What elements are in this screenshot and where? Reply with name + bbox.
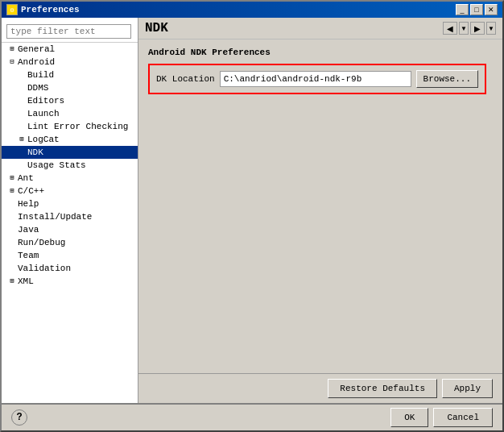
sidebar-item-team[interactable]: Team [2, 249, 138, 262]
sidebar-item-label-ndk: NDK [27, 147, 43, 158]
sidebar-item-android[interactable]: ⊟ Android [2, 56, 138, 69]
nav-arrows: ◀ ▼ ▶ ▼ [443, 22, 496, 35]
sidebar-item-label-xml: XML [18, 276, 34, 287]
maximize-button[interactable]: □ [470, 4, 483, 15]
panel-title: NDK [145, 21, 168, 35]
main-content: ⊞ General ⊟ Android Build DDMS Edit [2, 18, 502, 403]
sidebar-item-label-run-debug: Run/Debug [18, 237, 65, 248]
filter-area [2, 21, 138, 43]
footer-buttons: OK Cancel [390, 408, 493, 427]
expand-icon-xml: ⊞ [8, 276, 16, 287]
footer-bar: ? OK Cancel [2, 403, 502, 430]
filter-input[interactable] [6, 24, 131, 39]
sidebar-item-lint[interactable]: Lint Error Checking [2, 120, 138, 133]
expand-icon-ant: ⊞ [8, 172, 16, 184]
sidebar-item-label-validation: Validation [18, 263, 71, 274]
preferences-window: ⚙ Preferences _ □ ✕ ⊞ General [0, 0, 504, 432]
sidebar-item-label-team: Team [18, 250, 39, 261]
window-title: Preferences [21, 5, 80, 15]
sidebar-item-label-logcat: LogCat [27, 134, 60, 145]
back-button[interactable]: ◀ [443, 22, 457, 35]
panel-body: Android NDK Preferences DK Location Brow… [138, 39, 502, 373]
minimize-button[interactable]: _ [456, 4, 469, 15]
title-bar-left: ⚙ Preferences [6, 4, 80, 15]
sidebar-item-label-java: Java [18, 224, 39, 235]
sidebar-item-label-install: Install/Update [18, 211, 92, 222]
sidebar-item-validation[interactable]: Validation [2, 262, 138, 275]
expand-icon-android: ⊟ [8, 56, 16, 68]
forward-dropdown-button[interactable]: ▼ [486, 22, 496, 35]
sidebar-item-label-usage-stats: Usage Stats [27, 160, 86, 171]
sidebar-item-java[interactable]: Java [2, 223, 138, 236]
sidebar-item-label-cpp: C/C++ [18, 185, 44, 197]
sidebar-item-label-general: General [18, 44, 55, 55]
sidebar-item-label-editors: Editors [27, 95, 64, 106]
forward-button[interactable]: ▶ [470, 22, 485, 35]
sidebar-item-editors[interactable]: Editors [2, 94, 138, 107]
sidebar-item-ant[interactable]: ⊞ Ant [2, 172, 138, 185]
expand-icon-general: ⊞ [8, 44, 16, 55]
sidebar-item-label-android: Android [18, 56, 55, 68]
browse-button[interactable]: Browse... [416, 70, 478, 88]
section-title: Android NDK Preferences [148, 48, 493, 57]
sidebar-item-launch[interactable]: Launch [2, 107, 138, 120]
sidebar-item-label-build: Build [27, 69, 54, 81]
sidebar-item-help[interactable]: Help [2, 197, 138, 210]
sidebar-item-cpp[interactable]: ⊞ C/C++ [2, 185, 138, 197]
sidebar-item-label-launch: Launch [27, 108, 60, 119]
panel-header-row: NDK ◀ ▼ ▶ ▼ [138, 18, 502, 39]
sidebar-item-label-help: Help [18, 198, 39, 210]
expand-icon-logcat: ⊞ [18, 134, 26, 145]
title-buttons: _ □ ✕ [456, 4, 498, 15]
sidebar-item-install[interactable]: Install/Update [2, 210, 138, 223]
sidebar-item-label-ddms: DDMS [27, 82, 48, 93]
ok-button[interactable]: OK [390, 408, 428, 427]
sidebar-item-build[interactable]: Build [2, 69, 138, 81]
sidebar-item-usage-stats[interactable]: Usage Stats [2, 159, 138, 172]
right-panel: NDK ◀ ▼ ▶ ▼ Android NDK Preferences DK L… [138, 18, 502, 403]
restore-defaults-button[interactable]: Restore Defaults [328, 379, 437, 398]
preferences-icon: ⚙ [6, 4, 18, 15]
sidebar-item-ddms[interactable]: DDMS [2, 81, 138, 94]
ndk-location-input[interactable] [220, 71, 411, 87]
title-bar: ⚙ Preferences _ □ ✕ [2, 2, 502, 18]
sidebar: ⊞ General ⊟ Android Build DDMS Edit [2, 18, 138, 403]
ndk-location-label: DK Location [156, 74, 215, 84]
close-button[interactable]: ✕ [485, 4, 498, 15]
sidebar-item-ndk[interactable]: NDK [2, 146, 138, 159]
sidebar-item-run-debug[interactable]: Run/Debug [2, 236, 138, 249]
bottom-bar: Restore Defaults Apply [138, 373, 502, 403]
cancel-button[interactable]: Cancel [433, 408, 493, 427]
sidebar-item-general[interactable]: ⊞ General [2, 43, 138, 56]
sidebar-item-label-lint: Lint Error Checking [27, 121, 128, 132]
help-button[interactable]: ? [11, 409, 27, 426]
apply-button[interactable]: Apply [442, 379, 493, 398]
ndk-location-box: DK Location Browse... [148, 64, 486, 94]
body-split: ⊞ General ⊟ Android Build DDMS Edit [2, 18, 502, 403]
sidebar-item-label-ant: Ant [18, 172, 34, 184]
sidebar-item-xml[interactable]: ⊞ XML [2, 275, 138, 288]
expand-icon-cpp: ⊞ [8, 185, 16, 197]
back-dropdown-button[interactable]: ▼ [459, 22, 469, 35]
sidebar-item-logcat[interactable]: ⊞ LogCat [2, 133, 138, 146]
